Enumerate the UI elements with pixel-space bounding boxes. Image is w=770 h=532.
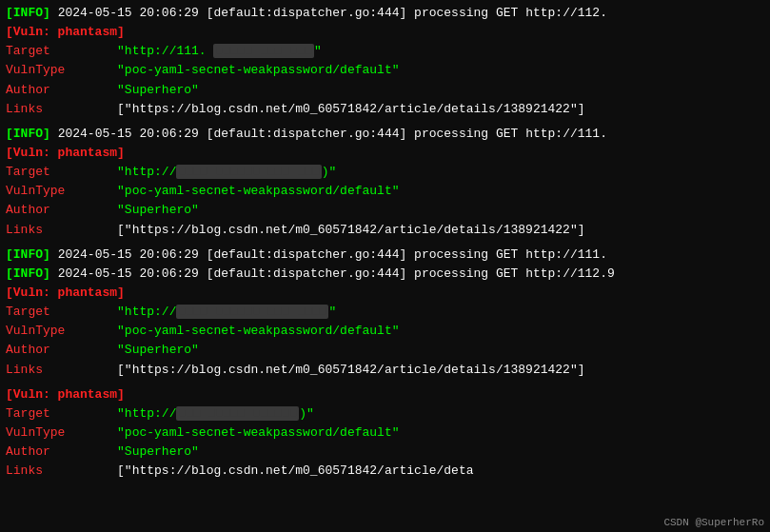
field-label: Author [6,203,50,217]
bracket: [ [6,266,13,281]
info-tag: INFO [13,266,43,281]
field-links: Links ["https://blog.csdn.net/m0_6057184… [6,100,764,119]
field-vulntype: VulnType "poc-yaml-secnet-weakpassword/d… [6,322,764,341]
field-target: Target "http://■■■■ ■■■■■■ ■■■ ■■■■" [6,303,764,322]
field-value-url: ["https://blog.csdn.net/m0_60571842/arti… [50,363,585,377]
log-block-4: [Vuln: phantasm] Target "http://■■■ ■■■■… [6,385,764,482]
field-label: Target [6,406,50,421]
field-label: Author [6,444,50,459]
info-line: [INFO] 2024-05-15 20:06:29 [default:disp… [6,125,764,144]
info-line: [INFO] 2024-05-15 20:06:29 [default:disp… [6,246,764,265]
info-meta: 2024-05-15 20:06:29 [default:dispatcher.… [50,247,607,262]
field-label: Author [6,83,50,97]
vuln-label: [Vuln: phantasm] [6,286,125,300]
log-block-2: [INFO] 2024-05-15 20:06:29 [default:disp… [6,125,764,240]
vuln-line: [Vuln: phantasm] [6,284,764,303]
info-line: [INFO] 2024-05-15 20:06:29 [default:disp… [6,4,764,23]
bracket: ] [43,247,50,262]
field-author: Author "Superhero" [6,341,764,360]
field-value: "Superhero" [58,203,199,217]
vuln-line: [Vuln: phantasm] [6,144,764,163]
field-label: VulnType [6,425,65,440]
bracket: ] [43,6,50,20]
field-links: Links ["https://blog.csdn.net/m0_6057184… [6,221,764,240]
vuln-label: [Vuln: phantasm] [6,387,125,402]
redacted-text: ■■■■■ ■■■ ■■■ [213,44,313,58]
field-value: "Superhero" [58,343,199,357]
field-value: "http://■■■ ■■■■■ ■■■■■■)" [58,406,314,421]
field-label: Target [6,305,50,319]
info-tag: INFO [13,6,43,20]
redacted-text: ■■■■ ■■■■■■ ■■■ ■■■■ [176,305,328,319]
redacted-text: ■■■ ■■■■■ ■■■■■■ [176,406,299,421]
field-label: VulnType [6,324,65,338]
vuln-line: [Vuln: phantasm] [6,385,764,404]
log-block-3: [INFO] 2024-05-15 20:06:29 [default:disp… [6,246,764,380]
field-author: Author "Superhero" [6,443,764,462]
info-tag: INFO [13,247,43,262]
field-value: "poc-yaml-secnet-weakpassword/default" [72,63,399,77]
field-target: Target "http://■■■ ■■■■■ ■■■■■■)" [6,404,764,424]
vuln-label: [Vuln: phantasm] [6,25,125,39]
field-label: Links [6,363,43,377]
field-label: Links [6,102,43,116]
field-value-url: ["https://blog.csdn.net/m0_60571842/arti… [50,102,585,116]
field-label: VulnType [6,184,65,198]
field-target: Target "http://111. ■■■■■ ■■■ ■■■" [6,42,764,61]
field-links: Links ["https://blog.csdn.net/m0_6057184… [6,361,764,380]
bracket: ] [43,127,50,141]
field-label: Links [6,463,43,478]
info-tag: INFO [13,127,43,141]
field-value: "http://■■■■ ■■■■■■ ■■■ ■■■)" [58,165,337,179]
watermark: CSDN @SuperherRo [663,517,764,528]
field-value: "poc-yaml-secnet-weakpassword/default" [72,425,399,440]
info-meta: 2024-05-15 20:06:29 [default:dispatcher.… [50,6,607,20]
field-value-url: ["https://blog.csdn.net/m0_60571842/arti… [50,223,585,237]
field-author: Author "Superhero" [6,201,764,220]
redacted-text: ■■■■ ■■■■■■ ■■■ ■■■ [176,165,321,179]
field-author: Author "Superhero" [6,81,764,100]
field-value: "poc-yaml-secnet-weakpassword/default" [72,184,399,198]
field-value: "http://■■■■ ■■■■■■ ■■■ ■■■■" [58,305,337,319]
field-label: Author [6,343,50,357]
bracket: [ [6,6,13,20]
field-label: Links [6,223,43,237]
field-label: Target [6,44,50,58]
log-block-1: [INFO] 2024-05-15 20:06:29 [default:disp… [6,4,764,119]
field-label: Target [6,165,50,179]
bracket: ] [43,266,50,281]
field-value: "http://111. ■■■■■ ■■■ ■■■" [58,44,322,58]
field-vulntype: VulnType "poc-yaml-secnet-weakpassword/d… [6,61,764,80]
field-value-url: ["https://blog.csdn.net/m0_60571842/arti… [50,463,474,478]
info-meta: 2024-05-15 20:06:29 [default:dispatcher.… [50,127,607,141]
field-value: "poc-yaml-secnet-weakpassword/default" [72,324,399,338]
bracket: [ [6,127,13,141]
info-meta: 2024-05-15 20:06:29 [default:dispatcher.… [50,266,615,281]
field-label: VulnType [6,63,65,77]
field-vulntype: VulnType "poc-yaml-secnet-weakpassword/d… [6,424,764,443]
field-value: "Superhero" [58,83,199,97]
field-value: "Superhero" [58,444,199,459]
terminal-window: [INFO] 2024-05-15 20:06:29 [default:disp… [0,0,770,532]
info-line-2: [INFO] 2024-05-15 20:06:29 [default:disp… [6,265,764,284]
vuln-line: [Vuln: phantasm] [6,23,764,42]
vuln-label: [Vuln: phantasm] [6,146,125,160]
field-target: Target "http://■■■■ ■■■■■■ ■■■ ■■■)" [6,163,764,182]
field-links: Links ["https://blog.csdn.net/m0_6057184… [6,462,764,481]
field-vulntype: VulnType "poc-yaml-secnet-weakpassword/d… [6,182,764,201]
bracket: [ [6,247,13,262]
